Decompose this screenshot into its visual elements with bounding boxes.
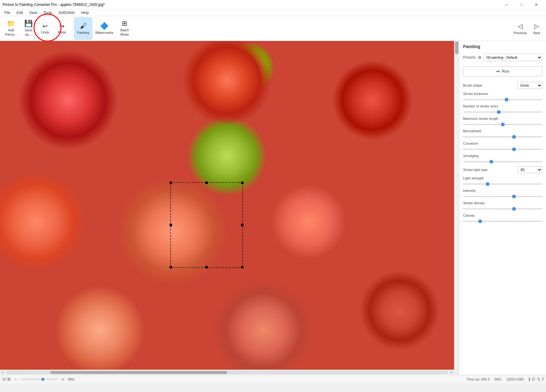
curvature-param: Curvature xyxy=(463,142,542,151)
stroke-thickness-label: Stroke thickness xyxy=(463,92,488,96)
handle-mr[interactable] xyxy=(241,224,243,226)
presets-label: Presets xyxy=(463,55,476,60)
brush-shape-param: Brush shape Circle Square Diamond xyxy=(463,82,542,89)
handle-br[interactable] xyxy=(241,266,243,268)
scroll-arrow-left[interactable]: ◁ xyxy=(0,370,5,375)
scroll-corner xyxy=(454,370,459,375)
add-files-button[interactable]: 📁 AddFile(s)... xyxy=(2,17,20,40)
toolbar: 📁 AddFile(s)... 💾 Saveas... ↩ Undo ↪ Red… xyxy=(0,16,546,41)
menu-help[interactable]: Help xyxy=(78,10,92,16)
stroke-light-type-select[interactable]: 3D 2D None xyxy=(517,166,542,173)
max-stroke-length-label: Maximum stroke length xyxy=(463,117,498,120)
handle-bm[interactable] xyxy=(205,266,208,268)
canvas-area[interactable]: ◁ ▷ xyxy=(0,41,459,375)
handle-bl[interactable] xyxy=(170,266,172,268)
titlebar-title: Picture to Painting Converter Pro - appl… xyxy=(2,2,105,7)
menu-edit[interactable]: Edit xyxy=(13,10,26,16)
microdetails-slider[interactable] xyxy=(463,136,542,137)
stroke-density-label-row: Stroke density xyxy=(463,201,542,205)
curvature-label: Curvature xyxy=(463,142,478,145)
canvas-param: Canvas xyxy=(463,214,542,223)
max-stroke-length-slider[interactable] xyxy=(463,124,542,125)
scrollbar-horizontal[interactable]: ◁ ▷ xyxy=(0,370,454,375)
undo-icon: ↩ xyxy=(43,23,48,29)
stroke-light-type-label: Stroke light type xyxy=(463,168,488,172)
painting-canvas xyxy=(0,41,454,370)
max-stroke-length-param: Maximum stroke length xyxy=(463,117,542,126)
num-stroke-sizes-param: Number of stroke sizes xyxy=(463,104,542,114)
handle-ml[interactable] xyxy=(170,224,172,226)
stroke-density-slider[interactable] xyxy=(463,208,542,210)
undo-button[interactable]: ↩ Undo xyxy=(37,17,53,40)
batch-mode-label: BatchMode xyxy=(120,28,129,36)
menu-view[interactable]: View xyxy=(26,10,40,16)
redo-button[interactable]: ↪ Redo xyxy=(54,17,70,40)
light-strength-param: Light strength xyxy=(463,176,542,186)
handle-tr[interactable] xyxy=(241,182,243,184)
twitter-icon[interactable]: 𝕏 xyxy=(537,377,540,382)
brush-shape-select[interactable]: Circle Square Diamond xyxy=(517,82,542,89)
zoom-minus-button[interactable]: − xyxy=(13,377,18,382)
stroke-thickness-param: Stroke thickness xyxy=(463,92,542,101)
watermarks-button[interactable]: 🔷 Watermarks xyxy=(93,17,116,40)
run-button[interactable]: ➡ Run xyxy=(463,66,542,76)
stroke-thickness-slider[interactable] xyxy=(463,99,542,100)
next-button[interactable]: ▷ Next xyxy=(530,17,544,40)
zoom-slider-thumb[interactable] xyxy=(41,378,44,381)
stroke-thickness-label-row: Stroke thickness xyxy=(463,92,542,96)
statusbar-right: Time (s): 404.3 99% 1920×1280 ℹ © 𝕏 f xyxy=(467,377,544,382)
main-layout: ◁ ▷ Painting Presets ⚙ Oil painting - De… xyxy=(0,41,546,375)
presets-settings-icon[interactable]: ⚙ xyxy=(478,55,482,60)
num-stroke-sizes-slider[interactable] xyxy=(463,111,542,113)
previous-button[interactable]: ◁ Previous xyxy=(511,17,529,40)
redo-label: Redo xyxy=(58,30,66,34)
zoom-plus-button[interactable]: + xyxy=(60,377,65,382)
copyright-icon[interactable]: © xyxy=(532,377,535,382)
stroke-density-label: Stroke density xyxy=(463,201,485,205)
titlebar-controls: ─ □ ✕ xyxy=(499,0,544,9)
facebook-icon[interactable]: f xyxy=(542,377,544,382)
presets-select[interactable]: Oil painting - Default Watercolor Impres… xyxy=(484,54,542,61)
brush-shape-label: Brush shape xyxy=(463,83,482,87)
painting-button[interactable]: 🖌 Painting xyxy=(74,17,92,40)
stroke-light-type-label-row: Stroke light type 3D 2D None xyxy=(463,166,542,173)
fit-view-icon[interactable]: ⊡ xyxy=(2,377,6,381)
menu-softorbits[interactable]: SoftOrbits xyxy=(55,10,78,16)
maximize-button[interactable]: □ xyxy=(514,0,529,9)
intensity-slider[interactable] xyxy=(463,196,542,197)
handle-tl[interactable] xyxy=(170,182,172,184)
save-as-button[interactable]: 💾 Saveas... xyxy=(20,17,37,40)
smudging-slider[interactable] xyxy=(463,161,542,162)
actual-size-icon[interactable]: ⊞ xyxy=(7,377,11,381)
next-label: Next xyxy=(533,31,540,35)
canvas-slider[interactable] xyxy=(463,221,542,222)
presets-row: Presets ⚙ Oil painting - Default Waterco… xyxy=(463,54,542,61)
previous-arrow-icon: ◁ xyxy=(518,22,522,30)
scroll-arrow-right[interactable]: ▷ xyxy=(449,370,454,375)
light-strength-slider[interactable] xyxy=(463,183,542,185)
scrollbar-vertical[interactable] xyxy=(454,41,459,370)
zoom-display: 99% xyxy=(494,377,501,381)
scroll-thumb-h[interactable] xyxy=(50,371,227,374)
curvature-slider[interactable] xyxy=(463,149,542,150)
time-display: Time (s): 404.3 xyxy=(467,377,490,381)
zoom-slider-track[interactable] xyxy=(20,379,58,380)
menu-file[interactable]: File xyxy=(1,10,13,16)
scroll-track-h xyxy=(6,371,448,374)
handle-tm[interactable] xyxy=(205,182,208,184)
intensity-label: Intensity xyxy=(463,189,476,192)
intensity-label-row: Intensity xyxy=(463,189,542,192)
separator-1 xyxy=(72,19,72,38)
smudging-label-row: Smudging xyxy=(463,154,542,158)
presets-section: Presets ⚙ Oil painting - Default Waterco… xyxy=(459,51,546,66)
menu-tools[interactable]: Tools xyxy=(40,10,55,16)
minimize-button[interactable]: ─ xyxy=(499,0,514,9)
info-icon[interactable]: ℹ xyxy=(529,377,530,382)
stroke-density-param: Stroke density xyxy=(463,201,542,210)
scroll-thumb-vertical[interactable] xyxy=(455,42,458,54)
close-button[interactable]: ✕ xyxy=(529,0,544,9)
batch-mode-button[interactable]: ⊞ BatchMode xyxy=(116,17,133,40)
smudging-param: Smudging xyxy=(463,154,542,163)
selection-rectangle xyxy=(170,182,243,268)
microdetails-param: Microdetails xyxy=(463,129,542,138)
